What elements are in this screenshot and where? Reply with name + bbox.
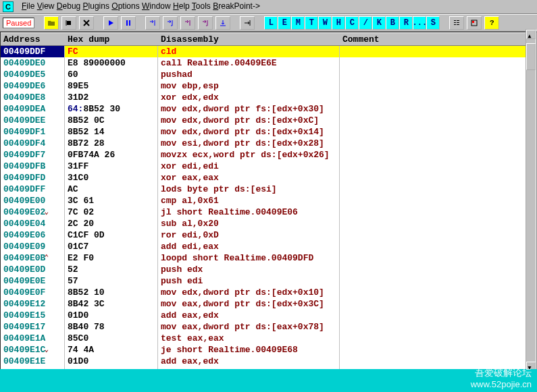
addr-cell: 00409E0D — [1, 264, 65, 275]
disasm-row[interactable]: 00409E178B40 78mov eax,dword ptr ds:[eax… — [1, 321, 536, 333]
disasm-row[interactable]: 00409E0D52push edx — [1, 264, 536, 275]
view-button-x[interactable]: / — [359, 16, 372, 30]
disasm-row[interactable]: 00409E0901C7add edi,eax — [1, 241, 536, 252]
view-button-l[interactable]: L — [264, 16, 278, 30]
svg-rect-6 — [457, 20, 459, 21]
menu-file[interactable]: File — [22, 1, 34, 11]
run-button[interactable] — [103, 16, 118, 30]
view-button-m[interactable]: M — [291, 16, 305, 30]
disasm-row[interactable]: 00409DFD31C0xor eax,eax — [1, 172, 536, 184]
disasm-row[interactable]: 00409DEE8B52 0Cmov edx,dword ptr ds:[edx… — [1, 115, 536, 126]
disasm-row[interactable]: 00409DF70FB74A 26movzx ecx,word ptr ds:[… — [1, 149, 536, 161]
step-into-button[interactable] — [145, 16, 160, 30]
disasm-row[interactable]: 00409E06C1CF 0Dror edi,0xD — [1, 229, 536, 241]
addr-cell: 00409E00 — [1, 195, 65, 206]
col-header-address[interactable]: Address — [1, 32, 65, 46]
menu-view[interactable]: View — [37, 1, 55, 11]
disasm-row[interactable]: 00409E003C 61cmp al,0x61 — [1, 195, 536, 206]
comment-cell — [340, 298, 536, 310]
close-button[interactable] — [79, 16, 94, 30]
disasm-row[interactable]: 00409DF48B72 28mov esi,dword ptr ds:[edx… — [1, 138, 536, 149]
disasm-row[interactable]: 00409DE831D2xor edx,edx — [1, 92, 536, 103]
hex-cell: C1CF 0D — [65, 229, 158, 241]
hex-cell: 0FB74A 26 — [65, 149, 158, 161]
disasm-row[interactable]: 00409E1A85C0test eax,eax — [1, 333, 536, 344]
trace-over-button[interactable] — [198, 16, 213, 30]
disasm-row[interactable]: 00409DE689E5mov ebp,esp — [1, 80, 536, 92]
menu-debug[interactable]: Debug — [57, 1, 80, 11]
disasm-cell: mov esi,dword ptr ds:[edx+0x28] — [158, 138, 340, 149]
disasm-row[interactable]: 00409E0B⌃E2 F0loopd short Realtime.00409… — [1, 252, 536, 264]
disasm-cell: je short Realtime.00409E68 — [158, 344, 340, 356]
menu-breakpoint[interactable]: BreakPoint-> — [213, 1, 260, 11]
col-header-disassembly[interactable]: Disassembly — [158, 32, 340, 46]
disasm-cell: push edx — [158, 264, 340, 275]
menubar: C File View Debug Plugins Options Window… — [0, 0, 537, 14]
disasm-row[interactable]: 00409E0F8B52 10mov edx,dword ptr ds:[edx… — [1, 287, 536, 298]
step-over-button[interactable] — [163, 16, 178, 30]
menu-window[interactable]: Window — [142, 1, 171, 11]
disasm-cell: add eax,edx — [158, 356, 340, 367]
menu-options[interactable]: Options — [111, 1, 139, 11]
disasm-row[interactable]: 00409E1501D0add eax,edx — [1, 310, 536, 321]
disasm-row[interactable]: 00409E128B42 3Cmov eax,dword ptr ds:[edx… — [1, 298, 536, 310]
col-header-comment[interactable]: Comment — [340, 32, 536, 46]
disasm-row[interactable]: 00409E0E57push edi — [1, 275, 536, 287]
view-button-xxx[interactable]: ... — [413, 16, 426, 30]
col-header-hex[interactable]: Hex dump — [65, 32, 158, 46]
view-button-h[interactable]: H — [332, 16, 345, 30]
disasm-row[interactable]: 00409DF18B52 14mov edx,dword ptr ds:[edx… — [1, 126, 536, 138]
comment-cell — [340, 115, 536, 126]
execute-till-return-button[interactable] — [215, 16, 230, 30]
comment-cell — [340, 321, 536, 333]
scroll-thumb[interactable] — [526, 43, 536, 70]
goto-button[interactable] — [240, 16, 255, 30]
disasm-row[interactable]: 00409E1E01D0add eax,edx — [1, 356, 536, 367]
menu-help[interactable]: Help — [173, 1, 190, 11]
disasm-row[interactable]: 00409DE0E8 89000000call Realtime.00409E6… — [1, 57, 536, 69]
disasm-row[interactable]: 00409E1C⌄74 4Aje short Realtime.00409E68 — [1, 344, 536, 356]
trace-into-button[interactable] — [180, 16, 195, 30]
view-button-t[interactable]: T — [305, 16, 318, 30]
disasm-row[interactable]: 00409DEA64:8B52 30mov edx,dword ptr fs:[… — [1, 103, 536, 115]
comment-cell — [340, 241, 536, 252]
view-button-r[interactable]: R — [399, 16, 413, 30]
view-button-w[interactable]: W — [318, 16, 332, 30]
hex-cell: 8B40 78 — [65, 321, 158, 333]
view-button-s[interactable]: S — [426, 16, 440, 30]
disasm-row[interactable]: 00409DFB31FFxor edi,edi — [1, 161, 536, 172]
view-button-k[interactable]: K — [372, 16, 386, 30]
disasm-row[interactable]: 00409E02⌄7C 02jl short Realtime.00409E06 — [1, 206, 536, 218]
appearance-button[interactable] — [467, 16, 482, 30]
svg-rect-0 — [67, 21, 71, 25]
disasm-row[interactable]: 00409E042C 20sub al,0x20 — [1, 218, 536, 229]
pause-button[interactable] — [121, 16, 136, 30]
restart-button[interactable] — [61, 16, 76, 30]
addr-cell: 00409DF7 — [1, 149, 65, 161]
vertical-scrollbar[interactable]: ▴ ▾ — [526, 29, 536, 372]
addr-cell: 00409DE6 — [1, 80, 65, 92]
options-button[interactable] — [449, 16, 464, 30]
menu-plugins[interactable]: Plugins — [83, 1, 109, 11]
disassembly-rows[interactable]: 00409DDFFCcld00409DE0E8 89000000call Rea… — [1, 46, 536, 390]
comment-cell — [340, 184, 536, 195]
menu-tools[interactable]: Tools — [192, 1, 211, 11]
svg-rect-4 — [454, 22, 456, 23]
view-button-c[interactable]: C — [345, 16, 359, 30]
addr-cell: 00409E15 — [1, 310, 65, 321]
disasm-row[interactable]: 00409DE560pushad — [1, 69, 536, 80]
view-button-b[interactable]: B — [386, 16, 399, 30]
open-button[interactable] — [44, 16, 59, 30]
hex-cell: 31FF — [65, 161, 158, 172]
disasm-row[interactable]: 00409DFFAClods byte ptr ds:[esi] — [1, 184, 536, 195]
disasm-row[interactable]: 00409DDFFCcld — [1, 46, 536, 57]
disasm-cell: mov edx,dword ptr ds:[edx+0xC] — [158, 115, 340, 126]
hex-cell: 2C 20 — [65, 218, 158, 229]
hex-cell: 8B52 0C — [65, 115, 158, 126]
scroll-up-button[interactable]: ▴ — [526, 30, 536, 39]
disasm-cell: mov edx,dword ptr fs:[edx+0x30] — [158, 103, 340, 115]
view-button-e[interactable]: E — [278, 16, 291, 30]
addr-cell: 00409DFF — [1, 184, 65, 195]
svg-rect-7 — [457, 22, 459, 23]
help-button[interactable]: ? — [484, 16, 499, 30]
